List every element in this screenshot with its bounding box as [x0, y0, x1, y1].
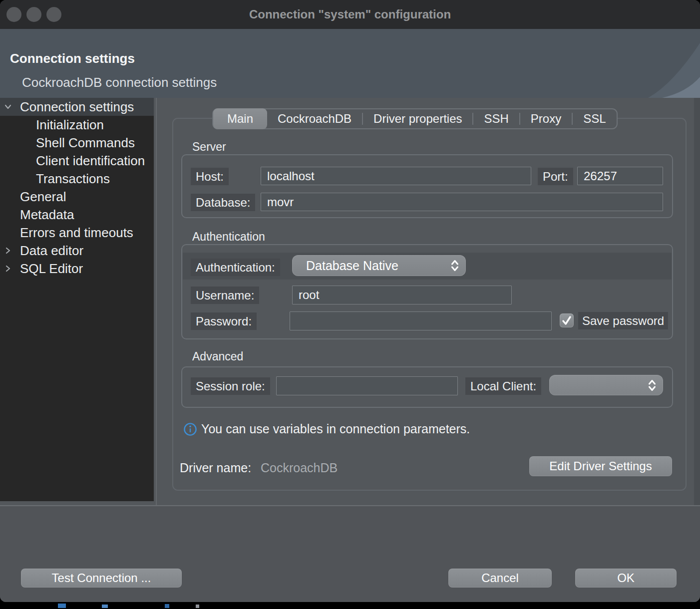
sidebar-item-general[interactable]: General [0, 188, 154, 206]
port-label: Port: [538, 168, 573, 185]
tab-ssh[interactable]: SSH [473, 109, 519, 128]
authentication-select-value: Database Native [306, 255, 398, 276]
desktop-fragment [102, 605, 108, 608]
sidebar-divider [156, 98, 157, 505]
sidebar-item-label: SQL Editor [20, 261, 83, 276]
chevron-down-icon[interactable] [4, 103, 12, 111]
chevron-right-icon[interactable] [4, 265, 12, 273]
sidebar-item-label: Client identification [36, 153, 145, 168]
updown-chevron-icon [450, 259, 460, 273]
titlebar: Connection "system" configuration [0, 0, 700, 29]
sidebar-item-connection-settings[interactable]: Connection settings [0, 98, 154, 116]
desktop-fragment [165, 604, 169, 608]
header-subtitle: CockroachDB connection settings [22, 75, 217, 90]
sidebar-item-label: Errors and timeouts [20, 225, 133, 240]
tab-proxy[interactable]: Proxy [520, 109, 572, 128]
advanced-group-label: Advanced [192, 350, 243, 363]
authentication-select[interactable]: Database Native [292, 255, 466, 276]
host-input[interactable] [261, 167, 531, 185]
tab-ssl[interactable]: SSL [573, 109, 616, 128]
header-decoration [560, 29, 700, 98]
ok-button[interactable]: OK [575, 569, 677, 588]
desktop-fragment [58, 604, 66, 608]
sidebar-item-client-identification[interactable]: Client identification [0, 152, 154, 170]
save-password-label: Save password [578, 312, 668, 329]
sidebar-item-errors-and-timeouts[interactable]: Errors and timeouts [0, 224, 154, 242]
sidebar-item-label: Connection settings [20, 99, 134, 114]
connection-configuration-dialog: Connection "system" configuration Connec… [0, 0, 700, 602]
username-label: Username: [191, 287, 259, 304]
tab-bar: MainCockroachDBDriver propertiesSSHProxy… [212, 108, 618, 129]
sidebar-item-metadata[interactable]: Metadata [0, 206, 154, 224]
sidebar-item-label: Metadata [20, 207, 74, 222]
sidebar-tree: Connection settingsInitializationShell C… [0, 98, 154, 501]
tab-main[interactable]: Main [213, 108, 267, 129]
window-title: Connection "system" configuration [0, 0, 700, 29]
sidebar-item-initialization[interactable]: Initialization [0, 116, 154, 134]
scrollbar-track [694, 98, 700, 505]
session-role-input[interactable] [276, 376, 458, 395]
chevron-right-icon[interactable] [4, 247, 12, 255]
test-connection-button[interactable]: Test Connection ... [21, 569, 182, 588]
driver-name-label: Driver name: [180, 461, 251, 475]
edit-driver-settings-button[interactable]: Edit Driver Settings [529, 456, 672, 476]
save-password-checkbox[interactable] [560, 313, 574, 327]
driver-name-value: CockroachDB [261, 461, 338, 475]
updown-chevron-icon [647, 378, 657, 392]
tab-driver-properties[interactable]: Driver properties [363, 109, 472, 128]
host-label: Host: [191, 168, 229, 185]
info-text: You can use variables in connection para… [201, 422, 470, 436]
password-label: Password: [191, 312, 257, 330]
authentication-group-label: Authentication [192, 230, 265, 244]
tab-cockroachdb[interactable]: CockroachDB [267, 109, 362, 128]
sidebar-item-shell-commands[interactable]: Shell Commands [0, 134, 154, 152]
local-client-select[interactable] [549, 375, 663, 395]
sidebar-item-label: Shell Commands [36, 135, 135, 150]
server-group-label: Server [192, 140, 226, 154]
sidebar-item-sql-editor[interactable]: SQL Editor [0, 260, 154, 278]
database-input[interactable] [261, 193, 663, 211]
check-icon [560, 313, 574, 327]
info-icon [183, 422, 197, 436]
sidebar-item-label: Data editor [20, 243, 83, 258]
local-client-label: Local Client: [465, 377, 541, 395]
session-role-label: Session role: [191, 377, 270, 395]
sidebar-item-label: Initialization [36, 117, 104, 132]
sidebar-item-label: Transactions [36, 171, 110, 186]
username-input[interactable] [292, 286, 512, 304]
port-input[interactable] [577, 167, 663, 185]
authentication-label: Authentication: [191, 259, 280, 276]
sidebar-item-label: General [20, 189, 66, 204]
desktop-fragment [196, 605, 199, 608]
sidebar-item-transactions[interactable]: Transactions [0, 170, 154, 188]
dialog-header: Connection settings CockroachDB connecti… [0, 29, 700, 98]
database-label: Database: [191, 194, 255, 211]
sidebar-item-data-editor[interactable]: Data editor [0, 242, 154, 260]
cancel-button[interactable]: Cancel [448, 569, 552, 588]
password-input[interactable] [290, 311, 552, 330]
header-title: Connection settings [10, 51, 135, 66]
